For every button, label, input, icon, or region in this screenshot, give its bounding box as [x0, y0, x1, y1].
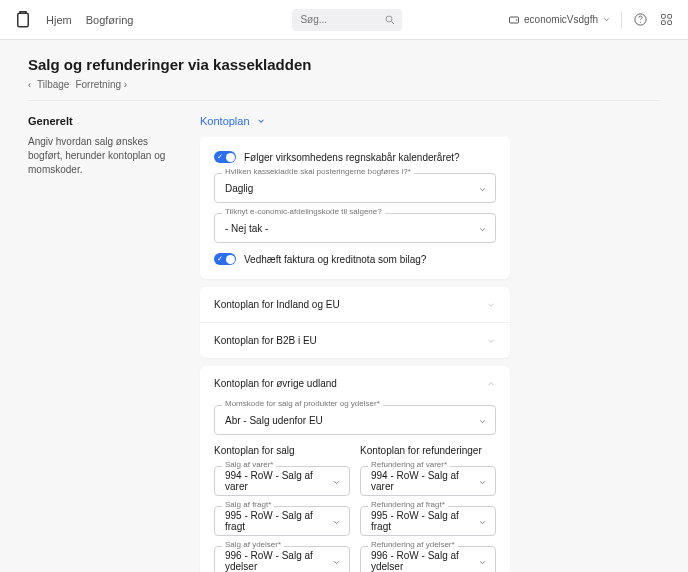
- select-value: 996 - RoW - Salg af ydelser: [371, 550, 471, 572]
- sales-freight-label: Salg af fragt*: [222, 500, 274, 509]
- chevron-down-icon: [486, 300, 496, 310]
- sales-services-select[interactable]: 996 - RoW - Salg af ydelser: [214, 546, 350, 572]
- journal-value: Daglig: [225, 183, 253, 194]
- svg-rect-8: [667, 15, 671, 19]
- toggle-fiscal-year[interactable]: ✓: [214, 151, 236, 163]
- vat-label: Momskode for salg af produkter og ydelse…: [222, 399, 383, 408]
- card-general: ✓ Følger virksomhedens regnskabår kalend…: [200, 137, 510, 279]
- search-box: [292, 9, 402, 31]
- breadcrumb: ‹ Tilbage Forretning ›: [28, 79, 660, 90]
- chevron-down-icon: [478, 417, 487, 426]
- refund-freight-select[interactable]: 995 - RoW - Salg af fragt: [360, 506, 496, 536]
- svg-rect-0: [18, 13, 29, 27]
- side-desc: Angiv hvordan salg ønskes bogført, herun…: [28, 135, 178, 177]
- chevron-down-icon: [478, 518, 487, 527]
- sales-goods-label: Salg af varer*: [222, 460, 276, 469]
- divider: [28, 100, 660, 101]
- toggle-attach-invoice-label: Vedhæft faktura og kreditnota som bilag?: [244, 254, 426, 265]
- breadcrumb-item[interactable]: Forretning ›: [75, 79, 127, 90]
- vat-value: Abr - Salg udenfor EU: [225, 415, 323, 426]
- refund-goods-label: Refundering af varer*: [368, 460, 450, 469]
- select-value: 995 - RoW - Salg af fragt: [371, 510, 471, 532]
- breadcrumb-back[interactable]: Tilbage: [37, 79, 69, 90]
- nav-bookkeeping[interactable]: Bogføring: [86, 14, 134, 26]
- sales-heading: Kontoplan for salg: [214, 445, 350, 456]
- collapse-inland-eu[interactable]: Kontoplan for Indland og EU: [200, 287, 510, 322]
- account-switcher[interactable]: economicVsdgfh: [508, 14, 611, 26]
- chevron-down-icon: [478, 558, 487, 567]
- chevron-down-icon: [332, 518, 341, 527]
- collapse-label: Kontoplan for øvrige udland: [214, 378, 337, 389]
- journal-label: Hvilken kassekladde skal posteringerne b…: [222, 167, 414, 176]
- app-logo-icon: [14, 11, 32, 29]
- chevron-down-icon: [332, 558, 341, 567]
- collapse-label: Kontoplan for B2B i EU: [214, 335, 317, 346]
- select-value: 995 - RoW - Salg af fragt: [225, 510, 325, 532]
- card-collapsed: Kontoplan for Indland og EU Kontoplan fo…: [200, 287, 510, 358]
- svg-rect-7: [661, 15, 665, 19]
- refund-heading: Kontoplan for refunderinger: [360, 445, 496, 456]
- collapse-row-header[interactable]: Kontoplan for øvrige udland: [200, 366, 510, 401]
- side-heading: Generelt: [28, 115, 178, 127]
- nav-home[interactable]: Hjem: [46, 14, 72, 26]
- topbar: Hjem Bogføring economicVsdgfh: [0, 0, 688, 40]
- chevron-down-icon: [602, 15, 611, 24]
- vat-select[interactable]: Abr - Salg udenfor EU: [214, 405, 496, 435]
- select-value: 994 - RoW - Salg af varer: [371, 470, 471, 492]
- chevron-down-icon: [332, 478, 341, 487]
- sales-services-label: Salg af ydelser*: [222, 540, 284, 549]
- dept-select[interactable]: - Nej tak -: [214, 213, 496, 243]
- collapse-b2b-eu[interactable]: Kontoplan for B2B i EU: [200, 322, 510, 358]
- side-panel: Generelt Angiv hvordan salg ønskes bogfø…: [28, 115, 178, 572]
- svg-rect-9: [661, 21, 665, 25]
- refund-goods-select[interactable]: 994 - RoW - Salg af varer: [360, 466, 496, 496]
- chevron-down-icon: [486, 336, 496, 346]
- chevron-down-icon: [256, 116, 266, 126]
- chevron-down-icon: [478, 185, 487, 194]
- svg-point-4: [516, 19, 518, 21]
- wallet-icon: [508, 14, 520, 26]
- sales-freight-select[interactable]: 995 - RoW - Salg af fragt: [214, 506, 350, 536]
- select-value: 996 - RoW - Salg af ydelser: [225, 550, 325, 572]
- check-icon: ✓: [217, 153, 223, 161]
- tab-kontoplan[interactable]: Kontoplan: [200, 115, 250, 127]
- sales-goods-select[interactable]: 994 - RoW - Salg af varer: [214, 466, 350, 496]
- chevron-down-icon: [478, 478, 487, 487]
- topbar-right: economicVsdgfh: [508, 12, 674, 28]
- svg-line-2: [392, 21, 395, 24]
- help-icon[interactable]: [632, 12, 648, 28]
- account-name: economicVsdgfh: [524, 14, 598, 25]
- divider: [621, 12, 622, 28]
- dept-label: Tilknyt e-conomic-afdelingskode til salg…: [222, 207, 385, 216]
- journal-select[interactable]: Daglig: [214, 173, 496, 203]
- toggle-fiscal-year-label: Følger virksomhedens regnskabår kalender…: [244, 152, 460, 163]
- refund-freight-label: Refundering af fragt*: [368, 500, 448, 509]
- check-icon: ✓: [217, 255, 223, 263]
- chevron-up-icon: [486, 379, 496, 389]
- chevron-left-icon: ‹: [28, 80, 31, 90]
- refund-services-select[interactable]: 996 - RoW - Salg af ydelser: [360, 546, 496, 572]
- toggle-attach-invoice[interactable]: ✓: [214, 253, 236, 265]
- search-icon: [384, 14, 396, 26]
- chevron-down-icon: [478, 225, 487, 234]
- page-title: Salg og refunderinger via kassekladden: [28, 56, 660, 73]
- svg-point-1: [386, 16, 392, 22]
- card-rest-of-world: Kontoplan for øvrige udland Momskode for…: [200, 366, 510, 572]
- svg-point-6: [640, 22, 641, 23]
- apps-icon[interactable]: [658, 12, 674, 28]
- select-value: 994 - RoW - Salg af varer: [225, 470, 325, 492]
- svg-rect-10: [667, 21, 671, 25]
- dept-value: - Nej tak -: [225, 223, 268, 234]
- refund-services-label: Refundering af ydelser*: [368, 540, 458, 549]
- collapse-label: Kontoplan for Indland og EU: [214, 299, 340, 310]
